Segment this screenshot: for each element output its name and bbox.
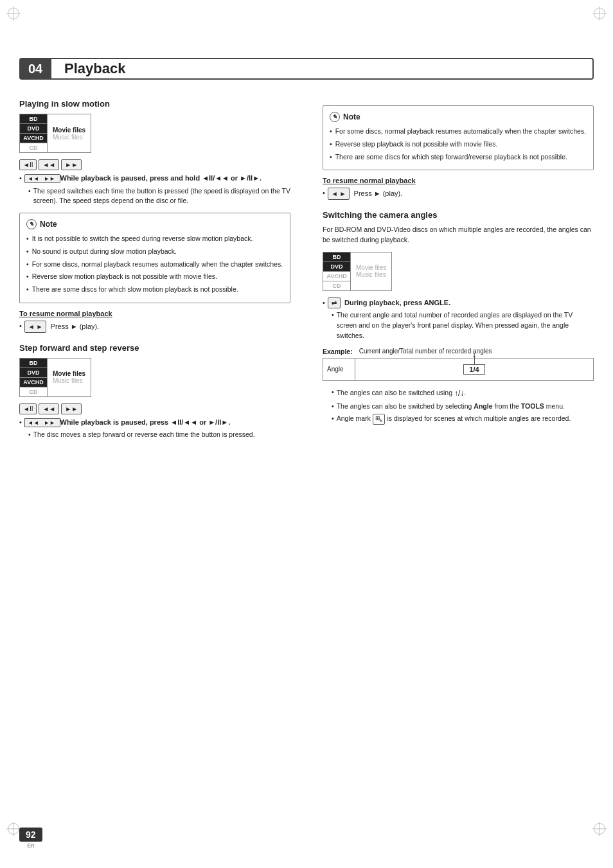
note-icon: ✎ <box>26 219 37 229</box>
note-item-1: • It is not possible to switch the speed… <box>26 234 283 244</box>
left-column: Playing in slow motion BD DVD AVCHD CD M… <box>19 99 297 443</box>
disc-right-angles: Movie files Music files <box>351 252 392 291</box>
step-note-icon: ✎ <box>330 112 340 122</box>
disc-right-step: Movie files Music files <box>48 358 91 397</box>
angles-disc-table: BD DVD AVCHD CD Movie files Music files <box>323 252 594 291</box>
step-forward-disc-table: BD DVD AVCHD CD Movie files Music files <box>19 358 290 397</box>
angle-value-area: 1 1/4 <box>355 359 593 380</box>
step-note-box: ✎ Note • For some discs, normal playback… <box>323 105 594 170</box>
angle-mark-icon: ⊞k <box>373 414 386 425</box>
right-resume-title: To resume normal playback <box>323 177 594 184</box>
angle-label: Angle <box>323 359 355 380</box>
example-label: Example: <box>323 348 353 355</box>
step-disc-cd: CD <box>20 387 47 396</box>
note-item-4: • Reverse slow motion playback is not po… <box>26 272 283 282</box>
step-disc-labels: BD DVD AVCHD CD <box>19 358 48 397</box>
chapter-title: Playback <box>51 58 594 80</box>
disc-movie-files: Movie files <box>53 127 85 134</box>
step-disc-avchd: AVCHD <box>20 378 47 387</box>
angles-disc-dvd: DVD <box>323 262 350 272</box>
step-disc-music-files: Music files <box>53 377 85 384</box>
slow-motion-sub-bullet: • The speed switches each time the butto… <box>28 186 290 207</box>
angles-updown-bullet: • The angles can also be switched using … <box>332 387 594 399</box>
right-column: ✎ Note • For some discs, normal playback… <box>316 99 594 443</box>
angles-disc-cd: CD <box>323 281 350 290</box>
slow-motion-disc-table: BD DVD AVCHD CD Movie files Music files <box>19 114 290 153</box>
chapter-header: 04 Playback <box>19 58 594 80</box>
angle-button-bullet: • ⇄ During playback, press ANGLE. <box>323 297 594 308</box>
angle-example: Example: Current angle/Total number of r… <box>323 348 594 381</box>
disc-music-files: Music files <box>53 134 85 141</box>
camera-angles-section: Switching the camera angles For BD-ROM a… <box>323 210 594 425</box>
step-pause-btn: ◄II <box>19 403 37 414</box>
disc-bd: BD <box>20 114 47 124</box>
disc-dvd: DVD <box>20 124 47 134</box>
step-sub-bullet: • The disc moves a step forward or rever… <box>28 430 290 440</box>
page: 04 Playback Playing in slow motion BD DV… <box>0 0 613 868</box>
angles-disc-music-files: Music files <box>356 271 386 278</box>
pause-btn-icon: ◄II <box>19 159 37 170</box>
slow-motion-button-row: ◄II ◄◄ ►► <box>19 159 290 170</box>
slow-motion-note-box: ✎ Note • It is not possible to switch th… <box>19 213 290 303</box>
page-number-area: 92 En <box>19 828 42 849</box>
angle-fraction: 1/4 <box>463 364 484 375</box>
angles-mark-bullet: • Angle mark ⊞k is displayed for scenes … <box>332 414 594 425</box>
step-disc-dvd: DVD <box>20 368 47 378</box>
disc-cd: CD <box>20 143 47 152</box>
step-disc-bd: BD <box>20 359 47 368</box>
note-item-5: • There are some discs for which slow mo… <box>26 285 283 295</box>
camera-angles-description: For BD-ROM and DVD-Video discs on which … <box>323 225 594 245</box>
resume-play-btn-slow: ◄ ► <box>24 321 47 333</box>
slow-motion-section: Playing in slow motion BD DVD AVCHD CD M… <box>19 99 290 333</box>
angle-display-bullet: • The current angle and total number of … <box>332 310 594 341</box>
camera-angles-title: Switching the camera angles <box>323 210 594 220</box>
step-forward-title: Step forward and step reverse <box>19 343 290 353</box>
slow-motion-note-title: ✎ Note <box>26 218 283 230</box>
disc-labels-left: BD DVD AVCHD CD <box>19 114 48 153</box>
angle-diagram: Angle 1 1/4 <box>323 358 594 381</box>
angles-tools-bullet: • The angles can also be switched by sel… <box>332 402 594 412</box>
step-note-item-3: • There are some discs for which step fo… <box>330 152 587 163</box>
step-note-item-2: • Reverse step playback is not possible … <box>330 139 587 150</box>
chapter-number: 04 <box>19 58 51 80</box>
note-item-2: • No sound is output during slow motion … <box>26 247 283 257</box>
example-desc: Current angle/Total number of recorded a… <box>359 348 492 355</box>
note-item-3: • For some discs, normal playback resume… <box>26 260 283 270</box>
page-number: 92 <box>19 828 42 842</box>
angles-disc-labels: BD DVD AVCHD CD <box>323 252 351 291</box>
step-disc-movie-files: Movie files <box>53 370 85 377</box>
angles-disc-avchd: AVCHD <box>323 272 350 281</box>
updown-arrows-icon: ↑/↓ <box>454 387 464 399</box>
ffwd-btn-icon: ►► <box>61 159 82 170</box>
slow-motion-main-bullet: • ◄◄ ►► While playback is paused, press … <box>19 173 290 184</box>
rewind-btn-icon: ◄◄ <box>39 159 59 170</box>
step-button-row: ◄II ◄◄ ►► <box>19 403 290 414</box>
step-rewind-btn: ◄◄ <box>39 403 59 414</box>
step-main-bullet: • ◄◄ ►► While playback is paused, press … <box>19 417 290 428</box>
angle-btn-icon: ⇄ <box>328 297 341 308</box>
slow-motion-title: Playing in slow motion <box>19 99 290 109</box>
page-lang: En <box>19 842 42 849</box>
disc-right-slow: Movie files Music files <box>48 114 91 153</box>
resume-play-btn-right: ◄ ► <box>328 188 350 200</box>
angles-disc-bd: BD <box>323 252 350 262</box>
right-resume-bullet: • ◄ ► Press ► (play). <box>323 188 594 200</box>
angles-disc-movie-files: Movie files <box>356 264 386 271</box>
slow-motion-resume-bullet: • ◄ ► Press ► (play). <box>19 321 290 333</box>
step-ffwd-btn: ►► <box>61 403 82 414</box>
step-forward-section: Step forward and step reverse BD DVD AVC… <box>19 343 290 440</box>
step-note-title: ✎ Note <box>330 111 587 123</box>
content-columns: Playing in slow motion BD DVD AVCHD CD M… <box>19 99 594 443</box>
slow-motion-resume-title: To resume normal playback <box>19 310 290 317</box>
disc-avchd: AVCHD <box>20 134 47 143</box>
step-note-item-1: • For some discs, normal playback resume… <box>330 127 587 137</box>
